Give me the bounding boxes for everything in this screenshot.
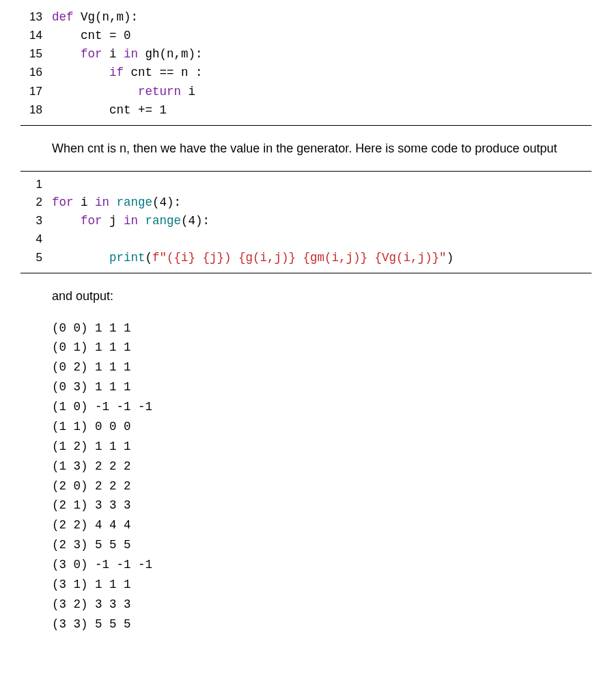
output-line: (1 2) 1 1 1: [52, 437, 592, 457]
code-line: 3 for j in range(4):: [20, 212, 592, 230]
code-content: cnt = 0: [52, 27, 592, 45]
code-line: 17 return i: [20, 83, 592, 101]
code-content: if cnt == n :: [52, 64, 592, 82]
line-number: 17: [20, 83, 52, 101]
output-line: (3 1) 1 1 1: [52, 575, 592, 595]
line-number: 13: [20, 8, 52, 27]
output-line: (0 3) 1 1 1: [52, 377, 592, 397]
code-content: def Vg(n,m):: [52, 8, 592, 27]
code-line: 2 for i in range(4):: [20, 193, 592, 212]
code-line: 5 print(f"({i} {j}) {g(i,j)} {gm(i,j)} {…: [20, 249, 592, 267]
output-line: (3 3) 5 5 5: [52, 615, 592, 634]
output-line: (2 1) 3 3 3: [52, 496, 592, 515]
line-number: 1: [20, 176, 52, 193]
code-line: 14 cnt = 0: [20, 27, 592, 45]
output-line: (0 2) 1 1 1: [52, 358, 592, 377]
code-line: 4: [20, 230, 592, 248]
output-line: (1 1) 0 0 0: [52, 417, 592, 437]
output-line: (3 0) -1 -1 -1: [52, 555, 592, 575]
line-number: 5: [20, 249, 52, 267]
output-line: (2 3) 5 5 5: [52, 535, 592, 555]
output-label: and output:: [52, 287, 592, 306]
line-number: 2: [20, 193, 52, 212]
line-number: 3: [20, 212, 52, 230]
output-line: (3 2) 3 3 3: [52, 595, 592, 615]
code-content: print(f"({i} {j}) {g(i,j)} {gm(i,j)} {Vg…: [52, 249, 592, 267]
code-content: [52, 176, 592, 193]
line-number: 18: [20, 101, 52, 120]
output-line: (0 1) 1 1 1: [52, 338, 592, 358]
code-line: 1: [20, 176, 592, 193]
output-line: (1 3) 2 2 2: [52, 457, 592, 476]
code-block-loop: 1 2 for i in range(4): 3 for j in range(…: [20, 171, 592, 273]
code-content: cnt += 1: [52, 101, 592, 120]
code-content: for j in range(4):: [52, 212, 592, 230]
code-line: 15 for i in gh(n,m):: [20, 45, 592, 64]
line-number: 16: [20, 64, 52, 82]
code-content: [52, 230, 592, 248]
line-number: 15: [20, 45, 52, 64]
output-line: (1 0) -1 -1 -1: [52, 397, 592, 417]
line-number: 14: [20, 27, 52, 45]
code-line: 16 if cnt == n :: [20, 64, 592, 82]
code-content: for i in range(4):: [52, 193, 592, 212]
code-content: for i in gh(n,m):: [52, 45, 592, 64]
code-line: 13 def Vg(n,m):: [20, 8, 592, 27]
output-line: (2 0) 2 2 2: [52, 476, 592, 496]
output-line: (2 2) 4 4 4: [52, 515, 592, 535]
program-output: (0 0) 1 1 1(0 1) 1 1 1(0 2) 1 1 1(0 3) 1…: [52, 319, 592, 634]
code-content: return i: [52, 83, 592, 101]
line-number: 4: [20, 230, 52, 248]
explanation-paragraph: When cnt is n, then we have the value in…: [52, 139, 592, 159]
output-line: (0 0) 1 1 1: [52, 319, 592, 338]
code-line: 18 cnt += 1: [20, 101, 592, 120]
code-block-vg-function: 13 def Vg(n,m): 14 cnt = 0 15 for i in g…: [20, 4, 592, 126]
